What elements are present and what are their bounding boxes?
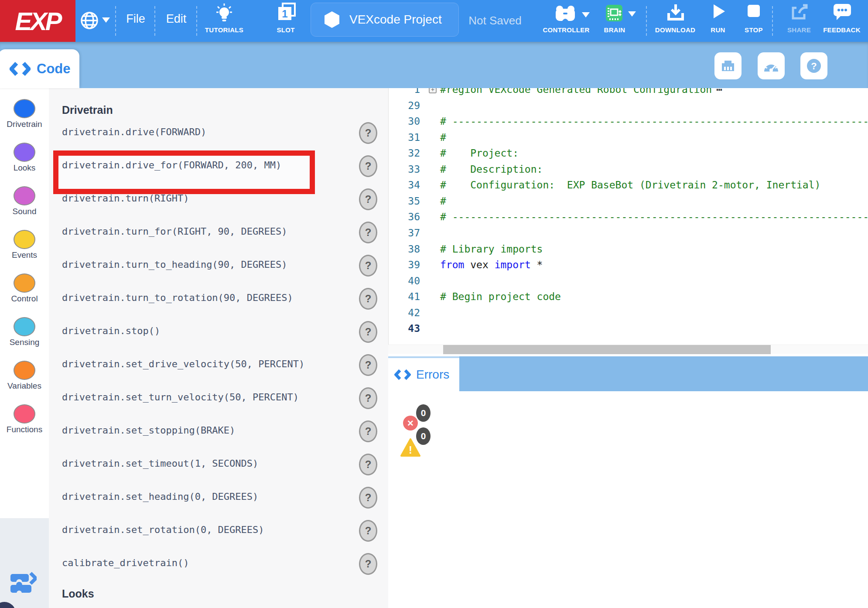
command-text[interactable]: drivetrain.turn(RIGHT) [62, 193, 189, 204]
editor-horizontal-scrollbar[interactable] [388, 345, 868, 354]
command-row[interactable]: drivetrain.turn(RIGHT)? [49, 191, 388, 208]
command-row[interactable]: drivetrain.drive_for(FORWARD, 200, MM)? [49, 157, 388, 175]
code-line[interactable]: 38# Library imports [389, 242, 868, 258]
code-line[interactable]: 35# [389, 194, 868, 210]
tab-errors[interactable]: Errors [388, 356, 459, 391]
command-text[interactable]: drivetrain.stop() [62, 325, 160, 336]
warning-count-badge: 0 [416, 427, 431, 445]
file-menu[interactable]: File [118, 12, 154, 26]
line-number: 29 [389, 100, 420, 111]
sidebar-item-looks[interactable]: Looks [0, 143, 49, 173]
command-help-button[interactable]: ? [359, 255, 377, 277]
tutorials-button[interactable]: TUTORIALS [199, 0, 249, 42]
code-text: # --------------------------------------… [440, 116, 868, 127]
command-text[interactable]: drivetrain.turn_for(RIGHT, 90, DEGREES) [62, 226, 287, 237]
code-line[interactable]: 32# Project: [389, 146, 868, 162]
code-segment-comment: # --------------------------------------… [440, 211, 868, 222]
command-help-button[interactable]: ? [359, 487, 377, 509]
command-row[interactable]: drivetrain.drive(FORWARD)? [49, 124, 388, 142]
project-name-button[interactable]: VEXcode Project [311, 3, 459, 37]
robot-config-button[interactable] [714, 52, 742, 79]
command-text[interactable]: drivetrain.set_timeout(1, SECONDS) [62, 458, 258, 469]
fold-toggle-icon[interactable]: + [429, 88, 437, 93]
edit-menu[interactable]: Edit [158, 12, 194, 26]
command-row[interactable]: drivetrain.set_timeout(1, SECONDS)? [49, 456, 388, 473]
code-line[interactable]: 43 [389, 321, 868, 337]
command-help-button[interactable]: ? [359, 321, 377, 343]
feedback-button[interactable]: FEEDBACK [820, 0, 864, 42]
command-row[interactable]: drivetrain.set_turn_velocity(50, PERCENT… [49, 389, 388, 407]
code-line[interactable]: 34# Configuration: EXP BaseBot (Drivetra… [389, 178, 868, 194]
editor-horizontal-scrollbar-thumb[interactable] [443, 345, 771, 354]
code-line[interactable]: 37 [389, 225, 868, 242]
sidebar-item-control[interactable]: Control [0, 273, 49, 304]
slot-button[interactable]: 1 SLOT [267, 0, 304, 42]
command-text[interactable]: drivetrain.drive_for(FORWARD, 200, MM) [62, 160, 281, 171]
code-line[interactable]: 30# ------------------------------------… [389, 114, 868, 130]
command-row[interactable]: drivetrain.turn_to_heading(90, DEGREES)? [49, 257, 388, 274]
command-help-button[interactable]: ? [359, 288, 377, 310]
command-text[interactable]: drivetrain.set_stopping(BRAKE) [62, 425, 235, 436]
controller-button[interactable]: CONTROLLER [539, 0, 593, 42]
command-text[interactable]: drivetrain.drive(FORWARD) [62, 126, 206, 137]
command-row[interactable]: drivetrain.set_drive_velocity(50, PERCEN… [49, 356, 388, 374]
sidebar-item-variables[interactable]: Variables [0, 361, 49, 391]
command-help-button[interactable]: ? [359, 420, 377, 442]
sidebar-item-sound[interactable]: Sound [0, 186, 49, 216]
code-line[interactable]: 29 [389, 98, 868, 114]
code-line[interactable]: 41# Begin project code [389, 289, 868, 305]
dashboard-button[interactable] [758, 52, 785, 79]
command-row[interactable]: drivetrain.turn_for(RIGHT, 90, DEGREES)? [49, 224, 388, 241]
sidebar-item-events[interactable]: Events [0, 230, 49, 260]
command-row[interactable]: drivetrain.set_heading(0, DEGREES)? [49, 489, 388, 506]
command-row[interactable]: drivetrain.set_rotation(0, DEGREES)? [49, 522, 388, 540]
sidebar-item-sensing[interactable]: Sensing [0, 317, 49, 347]
code-editor[interactable]: 1+#region VEXcode Generated Robot Config… [388, 88, 868, 345]
stop-button[interactable]: STOP [737, 0, 770, 42]
command-row[interactable]: drivetrain.set_stopping(BRAKE)? [49, 423, 388, 440]
sidebar-item-functions[interactable]: Functions [0, 404, 49, 434]
command-help-button[interactable]: ? [359, 520, 377, 542]
code-line[interactable]: 42 [389, 305, 868, 321]
tab-code[interactable]: Code [0, 49, 79, 88]
code-line[interactable]: 36# ------------------------------------… [389, 209, 868, 225]
code-line[interactable]: 33# Description: [389, 162, 868, 178]
command-row[interactable]: calibrate_drivetrain()? [49, 555, 388, 573]
convert-to-blocks-button[interactable] [10, 570, 37, 596]
language-menu[interactable] [79, 0, 113, 42]
code-line[interactable]: 31# [389, 130, 868, 146]
command-palette: Drivetrain drivetrain.drive(FORWARD)?dri… [49, 88, 388, 608]
command-help-button[interactable]: ? [359, 387, 377, 409]
palette-section-title: Drivetrain [62, 104, 113, 116]
share-button[interactable]: SHARE [781, 0, 817, 42]
command-text[interactable]: drivetrain.set_turn_velocity(50, PERCENT… [62, 392, 299, 403]
command-help-button[interactable]: ? [359, 222, 377, 243]
command-help-button[interactable]: ? [359, 155, 377, 177]
help-button[interactable]: ? [800, 52, 827, 79]
command-help-button[interactable]: ? [359, 454, 377, 475]
command-text[interactable]: drivetrain.turn_to_rotation(90, DEGREES) [62, 292, 293, 303]
command-help-button[interactable]: ? [359, 122, 377, 144]
command-row[interactable]: drivetrain.stop()? [49, 323, 388, 341]
run-button[interactable]: RUN [701, 0, 735, 42]
command-row[interactable]: drivetrain.turn_to_rotation(90, DEGREES)… [49, 290, 388, 307]
command-text[interactable]: drivetrain.set_heading(0, DEGREES) [62, 491, 258, 502]
download-button[interactable]: DOWNLOAD [653, 0, 698, 42]
brain-button[interactable]: BRAIN [599, 0, 630, 42]
sidebar-item-drivetrain[interactable]: Drivetrain [0, 99, 49, 129]
stop-icon [747, 4, 760, 17]
command-help-button[interactable]: ? [359, 188, 377, 210]
chevron-down-icon [628, 11, 636, 17]
category-label: Control [0, 294, 49, 304]
code-line[interactable]: 40 [389, 273, 868, 290]
command-text[interactable]: drivetrain.turn_to_heading(90, DEGREES) [62, 259, 287, 270]
code-segment-comment: # Description: [440, 164, 543, 175]
command-help-button[interactable]: ? [359, 553, 377, 575]
code-line[interactable]: 39from vex import * [389, 257, 868, 273]
command-text[interactable]: calibrate_drivetrain() [62, 557, 189, 568]
command-text[interactable]: drivetrain.set_rotation(0, DEGREES) [62, 524, 264, 535]
code-segment-ellipsis: ⋯ [716, 88, 722, 95]
code-line[interactable]: 1+#region VEXcode Generated Robot Config… [389, 88, 868, 98]
command-help-button[interactable]: ? [359, 354, 377, 376]
command-text[interactable]: drivetrain.set_drive_velocity(50, PERCEN… [62, 359, 304, 369]
